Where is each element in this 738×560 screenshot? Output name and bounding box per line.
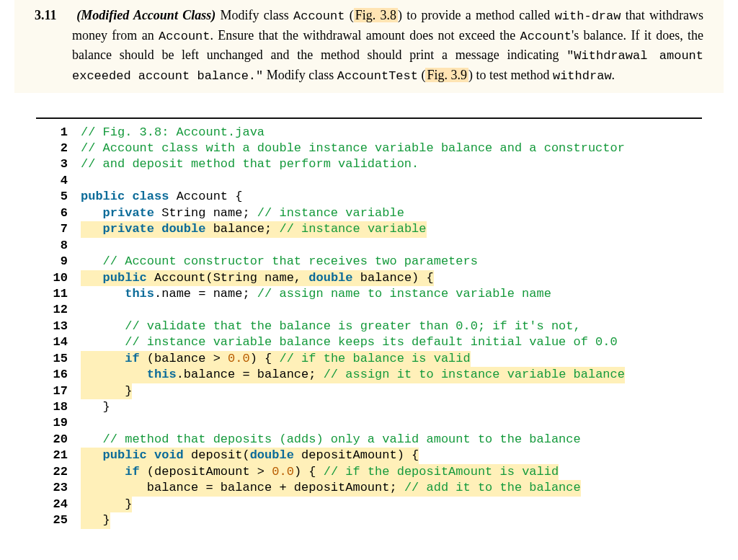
line-number: 23 xyxy=(36,480,81,496)
code-line: 6 private String name; // instance varia… xyxy=(36,205,709,221)
code-listing: 1// Fig. 3.8: Account.java 2// Account c… xyxy=(36,125,709,529)
code-identifier: balance = balance + depositAmount; xyxy=(81,481,404,494)
code-keyword: private double xyxy=(81,222,213,236)
code-line: 24 } xyxy=(36,497,709,512)
code-comment: // instance variable xyxy=(257,206,404,220)
code-comment: // Fig. 3.8: Account.java xyxy=(81,125,264,139)
code-identifier: balance; xyxy=(213,222,280,236)
method-ref: withdraw xyxy=(553,69,612,83)
line-number: 7 xyxy=(36,221,81,237)
code-identifier: } xyxy=(81,497,132,511)
code-comment: // method that deposits (adds) only a va… xyxy=(81,432,581,446)
page: 3.11 (Modified Account Class) Modify cla… xyxy=(0,0,738,560)
class-ref: Account xyxy=(159,30,210,43)
method-ref: with- xyxy=(555,9,592,23)
problem-title: (Modified Account Class) xyxy=(76,8,215,22)
code-line: 21 public void deposit(double depositAmo… xyxy=(36,448,709,463)
code-identifier: String name; xyxy=(161,206,257,220)
line-number: 5 xyxy=(36,189,81,205)
line-number: 10 xyxy=(36,270,81,286)
class-ref: Account xyxy=(293,9,344,23)
class-ref: AccountTest xyxy=(337,69,418,83)
code-identifier: } xyxy=(81,513,110,527)
code-keyword: this xyxy=(81,368,177,381)
line-number: 12 xyxy=(36,302,81,318)
code-line: 5public class Account { xyxy=(36,189,709,205)
figure-ref: Fig. 3.9 xyxy=(425,68,468,82)
code-line: 18 } xyxy=(36,399,709,415)
code-keyword: if xyxy=(81,352,147,365)
line-number: 18 xyxy=(36,399,81,415)
code-keyword: double xyxy=(308,271,360,285)
line-number: 2 xyxy=(36,141,81,156)
code-line: 7 private double balance; // instance va… xyxy=(36,221,709,237)
code-comment: // if the balance is valid xyxy=(279,352,470,365)
code-literal: 0.0 xyxy=(228,352,250,365)
code-comment: // if the depositAmount is valid xyxy=(324,465,559,479)
line-number: 15 xyxy=(36,351,81,367)
line-number: 24 xyxy=(36,497,81,512)
code-comment: // Account constructor that receives two… xyxy=(81,254,478,268)
line-number: 16 xyxy=(36,367,81,383)
code-line: 3// and deposit method that perform vali… xyxy=(36,156,709,172)
line-number: 19 xyxy=(36,415,81,431)
code-identifier: (balance > xyxy=(147,352,228,365)
code-line: 17 } xyxy=(36,383,709,399)
code-line: 4 xyxy=(36,173,709,189)
code-comment: // assign it to instance variable balanc… xyxy=(324,368,625,381)
code-line: 10 public Account(String name, double ba… xyxy=(36,270,709,286)
code-keyword: if xyxy=(81,465,147,479)
code-keyword: private xyxy=(81,206,161,220)
code-identifier: (depositAmount > xyxy=(147,465,272,479)
code-line: 20 // method that deposits (adds) only a… xyxy=(36,432,709,448)
code-keyword: public class xyxy=(81,190,177,203)
code-comment: // instance variable balance keeps its d… xyxy=(81,335,618,349)
code-identifier: balance) { xyxy=(360,271,434,285)
code-line: 13 // validate that the balance is great… xyxy=(36,319,709,334)
line-number: 14 xyxy=(36,334,81,350)
code-keyword: public xyxy=(81,271,154,285)
line-number: 22 xyxy=(36,464,81,480)
line-number: 3 xyxy=(36,156,81,172)
code-line: 19 xyxy=(36,415,709,431)
line-number: 21 xyxy=(36,448,81,463)
line-number: 9 xyxy=(36,254,81,270)
code-line: 1// Fig. 3.8: Account.java xyxy=(36,125,709,141)
line-number: 17 xyxy=(36,383,81,399)
code-line: 9 // Account constructor that receives t… xyxy=(36,254,709,270)
code-identifier: } xyxy=(81,384,132,398)
code-comment: // validate that the balance is greater … xyxy=(81,319,581,333)
code-comment: // instance variable xyxy=(279,222,426,236)
line-number: 25 xyxy=(36,512,81,528)
code-identifier: Account xyxy=(177,190,236,203)
code-line: 8 xyxy=(36,238,709,254)
code-line: 16 this.balance = balance; // assign it … xyxy=(36,367,709,383)
code-identifier: } xyxy=(81,400,110,414)
code-line: 14 // instance variable balance keeps it… xyxy=(36,334,709,350)
line-number: 6 xyxy=(36,205,81,221)
line-number: 11 xyxy=(36,286,81,302)
code-keyword: this xyxy=(81,287,154,301)
code-comment: // and deposit method that perform valid… xyxy=(81,157,419,171)
code-identifier: deposit( xyxy=(191,448,250,462)
code-line: 2// Account class with a double instance… xyxy=(36,141,709,156)
code-literal: 0.0 xyxy=(272,465,294,479)
code-comment: // assign name to instance variable name xyxy=(257,287,551,301)
code-identifier: .balance = balance; xyxy=(177,368,324,381)
class-ref: Account xyxy=(520,30,572,43)
problem-number: 3.11 xyxy=(35,6,72,25)
code-separator xyxy=(36,117,702,119)
problem-statement-text: 3.11 (Modified Account Class) Modify cla… xyxy=(72,6,703,86)
code-line: 15 if (balance > 0.0) { // if the balanc… xyxy=(36,351,709,367)
code-comment: // Account class with a double instance … xyxy=(81,141,625,155)
code-line: 12 xyxy=(36,302,709,318)
line-number: 4 xyxy=(36,173,81,189)
code-keyword: public void xyxy=(81,448,191,462)
code-line: 25 } xyxy=(36,512,709,528)
line-number: 8 xyxy=(36,238,81,254)
problem-statement-box: 3.11 (Modified Account Class) Modify cla… xyxy=(14,0,724,93)
line-number: 20 xyxy=(36,432,81,448)
code-identifier: .name = name; xyxy=(154,287,257,301)
code-identifier: Account(String name, xyxy=(154,271,308,285)
code-comment: // add it to the balance xyxy=(404,481,581,494)
